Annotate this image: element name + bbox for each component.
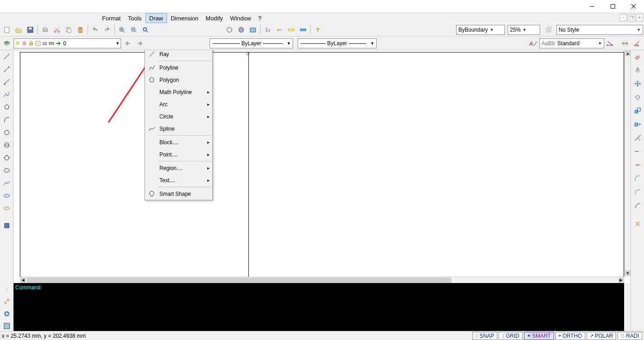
zoom-out-button[interactable] [128,24,139,35]
move-tool[interactable] [632,78,643,89]
ellipse-tool[interactable] [1,165,12,176]
ellipse-arc-tool[interactable] [1,190,12,201]
donut-tool[interactable] [1,203,12,214]
text-style-button[interactable]: A [528,38,539,49]
dim-linear-button[interactable] [620,38,631,49]
status-toggle-polar[interactable]: ↗POLAR [587,332,616,340]
layers-manager-button[interactable] [1,38,12,49]
draw-menu-item-polyline[interactable]: Polyline [145,61,212,74]
menu-dimension[interactable]: Dimension [167,13,202,23]
align-button[interactable] [262,24,273,35]
hatch-button[interactable] [543,24,554,35]
extend-tool[interactable] [632,146,643,157]
circle-2p-tool[interactable] [1,140,12,151]
fillet-tool[interactable] [632,187,643,198]
menu-draw[interactable]: Draw [145,13,167,23]
draw-menu-item-region[interactable]: Region.... [145,162,212,174]
ray-tool[interactable] [1,76,12,87]
paste-button[interactable] [75,24,86,35]
view-button[interactable] [247,24,258,35]
draw-menu-item-arc[interactable]: Arc [145,98,212,110]
zoom-extents-button[interactable] [140,24,151,35]
xline-tool[interactable] [1,64,12,75]
layer-combo[interactable]: 0 ▼ [14,38,121,48]
break-tool[interactable] [632,160,643,170]
render-button[interactable] [224,24,235,35]
menu-modify[interactable]: Modify [202,13,226,23]
circle-tool[interactable] [1,127,12,138]
shade-button[interactable] [236,24,247,35]
window-close-button[interactable] [623,0,644,13]
command-line[interactable]: Command: [14,283,630,331]
linetype-combo[interactable]: ByLayer ▼ [210,38,293,48]
layer-prev-button[interactable] [123,38,134,49]
layer-next-button[interactable] [135,38,146,49]
spline-tool[interactable] [1,178,12,189]
measure-2-button[interactable] [298,24,308,35]
menu-window[interactable]: Window [227,13,255,23]
text-style-combo[interactable]: AaBb Standard ▼ [539,38,604,48]
window-minimize-button[interactable] [582,0,602,13]
style-dropdown[interactable]: No Style ▼ [556,25,643,35]
undo-button[interactable] [90,24,101,35]
circle-3p-tool[interactable] [1,152,12,163]
erase-tool[interactable] [632,51,643,62]
status-toggle-grid[interactable]: ::GRID [499,332,523,340]
window-maximize-button[interactable] [602,0,623,13]
trim-tool[interactable] [632,132,643,143]
menu-help[interactable]: ? [255,13,265,23]
draw-menu-item-spline[interactable]: Spline [145,123,212,135]
cut-button[interactable] [51,24,62,35]
explode-tool[interactable] [632,218,643,229]
array-tool[interactable] [632,200,643,211]
region-tool[interactable] [1,308,12,319]
rotate-tool[interactable] [632,92,643,103]
status-toggle-ortho[interactable]: +ORTHO [555,332,585,340]
mdi-minimize-button[interactable]: – [620,14,627,21]
redo-button[interactable] [102,24,112,35]
draw-menu-item-ray[interactable]: Ray [145,50,212,60]
drawing-canvas[interactable]: ◇ [20,52,624,281]
point-style-tool[interactable] [1,284,12,294]
copy-button[interactable] [63,24,74,35]
block-tool[interactable] [1,220,12,231]
measure-1-button[interactable] [286,24,297,35]
chamfer-tool[interactable] [632,173,643,184]
status-toggle-radi[interactable]: ◌RADI [617,332,642,340]
draw-menu-item-block[interactable]: Block.... [145,136,212,148]
snap-options-button[interactable] [274,24,285,35]
vertical-scrollbar[interactable]: ▲ ▼ [624,50,630,277]
boundary-dropdown[interactable]: ByBoundary ▼ [456,25,505,35]
lineweight-combo[interactable]: ByLayer ▼ [298,38,377,48]
arc-tool[interactable] [1,114,12,125]
osnap-tool[interactable] [1,296,12,307]
menu-format[interactable]: Format [98,13,124,23]
mdi-close-button[interactable]: × [636,14,643,21]
mdi-restore-button[interactable]: ❐ [628,14,635,21]
save-button[interactable] [25,24,36,35]
draw-menu-item-circle[interactable]: Circle [145,110,212,123]
draw-menu-item-point[interactable]: Point.... [145,148,212,161]
menu-tools[interactable]: Tools [124,13,145,23]
scale-tool[interactable] [632,105,643,116]
print-button[interactable] [40,24,51,35]
zoom-in-button[interactable] [117,24,127,35]
open-button[interactable] [13,24,24,35]
command-scrollbar[interactable] [624,283,630,331]
polygon-tool[interactable] [1,102,12,113]
draw-menu-item-math-polyline[interactable]: Math Polyline [145,86,212,98]
mirror-tool[interactable] [632,65,643,76]
dim-style-button[interactable] [605,38,616,49]
line-tool[interactable] [1,51,12,62]
zoom-percent-dropdown[interactable]: 25% ▼ [508,25,540,35]
hatch-draw-tool[interactable] [1,321,12,331]
dim-angular-button[interactable] [632,38,643,49]
polyline-tool[interactable] [1,89,12,100]
horizontal-scrollbar[interactable]: ◀ ▶ [20,277,624,283]
new-button[interactable] [1,24,12,35]
draw-menu-item-polygon[interactable]: Polygon [145,74,212,86]
status-toggle-snap[interactable]: ::SNAP [472,332,497,340]
draw-menu-item-text[interactable]: Text.... [145,174,212,186]
stretch-tool[interactable] [632,119,643,130]
help-button[interactable]: ? [313,24,323,35]
